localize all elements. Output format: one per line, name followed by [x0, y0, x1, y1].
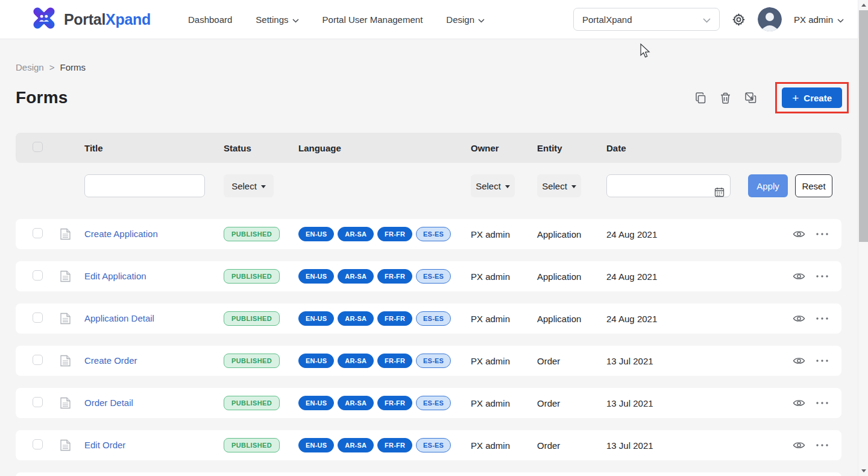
avatar[interactable] — [758, 7, 782, 31]
forms-table: Title Status Language Owner Entity Date … — [16, 133, 841, 476]
eye-icon[interactable] — [793, 357, 805, 365]
row-owner: PX admin — [471, 398, 537, 408]
language-badge-en-us: EN-US — [298, 396, 334, 410]
plus-icon: + — [792, 92, 799, 104]
status-filter-select[interactable]: Select — [224, 174, 274, 197]
file-icon — [53, 355, 84, 367]
row-title-link[interactable]: Create Application — [84, 229, 158, 239]
translate-icon[interactable] — [744, 92, 756, 104]
chevron-down-icon — [478, 14, 485, 25]
row-owner: PX admin — [471, 229, 537, 240]
breadcrumb-separator: > — [49, 62, 55, 72]
language-badge-ar-sa: AR-SA — [338, 311, 374, 326]
language-badge-en-us: EN-US — [298, 438, 334, 452]
column-header-status: Status — [224, 143, 298, 153]
main-nav: Dashboard Settings Portal User Managemen… — [188, 14, 485, 25]
scroll-down-arrow[interactable] — [858, 466, 868, 476]
app-logo[interactable]: PortalXpand — [30, 4, 151, 34]
more-options-icon[interactable] — [815, 443, 829, 447]
nav-item-design[interactable]: Design — [446, 14, 485, 25]
column-header-entity: Entity — [537, 143, 606, 153]
create-button[interactable]: + Create — [782, 87, 842, 108]
language-badge-ar-sa: AR-SA — [338, 438, 374, 452]
owner-filter-select[interactable]: Select — [471, 174, 515, 197]
language-badge-es-es: ES-ES — [416, 396, 451, 410]
vertical-scrollbar[interactable] — [858, 0, 868, 476]
file-icon — [53, 439, 84, 451]
column-header-date: Date — [606, 143, 709, 153]
table-row: Edit Application PUBLISHED EN-USAR-SAFR-… — [16, 261, 841, 291]
table-row: Order Detail PUBLISHED EN-USAR-SAFR-FRES… — [16, 388, 841, 418]
apply-button[interactable]: Apply — [748, 174, 788, 197]
breadcrumb-design[interactable]: Design — [16, 62, 44, 72]
row-checkbox[interactable] — [33, 439, 43, 449]
more-options-icon[interactable] — [815, 232, 829, 236]
table-header-row: Title Status Language Owner Entity Date — [16, 133, 841, 163]
row-checkbox[interactable] — [33, 270, 43, 281]
table-row: Application Detail PUBLISHED EN-USAR-SAF… — [16, 303, 841, 334]
table-row: Create Order PUBLISHED EN-USAR-SAFR-FRES… — [16, 346, 841, 376]
reset-button[interactable]: Reset — [795, 174, 832, 197]
chevron-down-icon — [837, 14, 844, 25]
table-filter-row: Select Select Select — [16, 174, 841, 197]
user-menu[interactable]: PX admin — [794, 14, 844, 25]
delete-icon[interactable] — [720, 92, 731, 104]
entity-filter-select[interactable]: Select — [537, 174, 581, 197]
eye-icon[interactable] — [793, 314, 805, 323]
row-checkbox[interactable] — [33, 313, 43, 323]
portal-select[interactable]: PortalXpand — [573, 8, 720, 31]
scroll-up-arrow[interactable] — [858, 0, 868, 10]
date-filter-input[interactable] — [606, 174, 731, 197]
language-badge-es-es: ES-ES — [416, 438, 451, 452]
language-badge-fr-fr: FR-FR — [377, 354, 412, 368]
row-owner: PX admin — [471, 314, 537, 324]
status-badge: PUBLISHED — [224, 354, 280, 368]
select-all-checkbox[interactable] — [33, 142, 43, 152]
more-options-icon[interactable] — [815, 401, 829, 405]
column-header-language: Language — [298, 143, 471, 153]
title-filter-input[interactable] — [84, 174, 205, 197]
file-icon — [53, 228, 84, 240]
page-content: Design > Forms Forms — [0, 62, 868, 476]
row-title-link[interactable]: Order Detail — [84, 398, 133, 408]
language-badge-en-us: EN-US — [298, 311, 334, 326]
calendar-icon[interactable] — [714, 187, 725, 200]
row-entity: Application — [537, 314, 606, 324]
breadcrumb: Design > Forms — [16, 62, 849, 72]
user-name: PX admin — [794, 14, 833, 25]
row-title-link[interactable]: Application Detail — [84, 313, 154, 323]
row-date: 24 Aug 2021 — [606, 229, 709, 240]
table-row: Edit Order PUBLISHED EN-USAR-SAFR-FRES-E… — [16, 430, 841, 460]
file-icon — [53, 270, 84, 282]
language-badge-ar-sa: AR-SA — [338, 269, 374, 284]
row-title-link[interactable]: Create Order — [84, 355, 137, 366]
copy-icon[interactable] — [695, 92, 706, 104]
row-checkbox[interactable] — [33, 228, 43, 238]
gear-icon[interactable] — [732, 13, 746, 27]
chevron-down-icon — [292, 14, 299, 25]
column-header-owner: Owner — [471, 143, 537, 153]
nav-item-settings[interactable]: Settings — [256, 14, 298, 25]
row-date: 24 Aug 2021 — [606, 314, 709, 324]
more-options-icon[interactable] — [815, 359, 829, 363]
portal-select-value: PortalXpand — [582, 14, 632, 25]
row-title-link[interactable]: Edit Order — [84, 440, 125, 450]
row-checkbox[interactable] — [33, 355, 43, 365]
more-options-icon[interactable] — [815, 274, 829, 278]
eye-icon[interactable] — [793, 399, 805, 407]
table-row: Create Application PUBLISHED EN-USAR-SAF… — [16, 219, 841, 249]
eye-icon[interactable] — [793, 441, 805, 449]
eye-icon[interactable] — [793, 272, 805, 281]
scrollbar-thumb[interactable] — [859, 10, 868, 242]
breadcrumb-forms: Forms — [60, 62, 86, 72]
eye-icon[interactable] — [793, 230, 805, 238]
page-title: Forms — [16, 88, 68, 107]
language-badge-fr-fr: FR-FR — [377, 396, 412, 410]
more-options-icon[interactable] — [815, 317, 829, 320]
row-title-link[interactable]: Edit Application — [84, 271, 146, 281]
status-badge: PUBLISHED — [224, 311, 280, 326]
row-owner: PX admin — [471, 271, 537, 282]
nav-item-portal-user-management[interactable]: Portal User Management — [322, 14, 423, 25]
nav-item-dashboard[interactable]: Dashboard — [188, 14, 232, 25]
row-checkbox[interactable] — [33, 397, 43, 407]
